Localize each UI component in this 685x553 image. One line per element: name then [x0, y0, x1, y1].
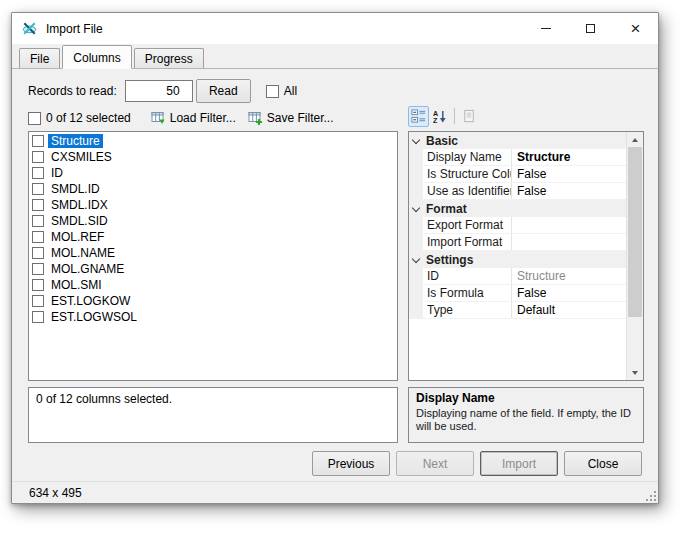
property-row-is-structure-column[interactable]: Is Structure Column False [409, 166, 626, 183]
save-filter-button[interactable]: Save Filter... [242, 108, 340, 128]
scrollbar-thumb[interactable] [628, 147, 642, 317]
titlebar[interactable]: Import File × [12, 13, 658, 44]
property-gutter [409, 285, 423, 301]
item-checkbox[interactable] [32, 279, 44, 291]
list-item-label: Structure [48, 134, 103, 148]
property-description-title: Display Name [416, 391, 636, 405]
previous-button[interactable]: Previous [312, 451, 390, 476]
item-checkbox[interactable] [32, 311, 44, 323]
column-item-mol-smi[interactable]: MOL.SMI [30, 277, 397, 293]
tab-file[interactable]: File [19, 48, 60, 68]
all-checkbox[interactable]: All [266, 84, 297, 98]
svg-text:Z: Z [433, 117, 438, 124]
property-row-use-as-identifier[interactable]: Use as Identifier False [409, 183, 626, 200]
column-item-id[interactable]: ID [30, 165, 397, 181]
item-checkbox[interactable] [32, 167, 44, 179]
list-item-label: ID [48, 166, 66, 180]
save-filter-label: Save Filter... [267, 111, 334, 125]
property-grid-toolbar: A Z [408, 105, 480, 127]
property-label: Import Format [423, 234, 512, 250]
window-title: Import File [46, 22, 103, 36]
property-value[interactable] [512, 217, 626, 233]
list-item-label: SMDL.IDX [48, 198, 111, 212]
category-basic[interactable]: Basic [409, 132, 626, 149]
property-row-is-formula[interactable]: Is Formula False [409, 285, 626, 302]
property-pages-icon [462, 109, 477, 124]
columns-tab-page: Records to read: Read All 0 of 12 select… [12, 69, 658, 481]
categorized-view-button[interactable] [408, 106, 429, 127]
property-gutter [409, 217, 423, 233]
load-filter-icon [151, 111, 165, 125]
item-checkbox[interactable] [32, 135, 44, 147]
column-item-mol-gname[interactable]: MOL.GNAME [30, 261, 397, 277]
scrollbar-track[interactable] [627, 147, 643, 365]
alphabetical-sort-button[interactable]: A Z [429, 106, 450, 127]
property-gutter [409, 268, 423, 284]
category-label: Basic [426, 133, 458, 149]
selection-count-label: 0 of 12 selected [46, 111, 131, 125]
minimize-button[interactable] [523, 13, 568, 44]
column-item-smdl-sid[interactable]: SMDL.SID [30, 213, 397, 229]
records-to-read-input[interactable] [125, 80, 193, 102]
property-value[interactable]: False [512, 166, 626, 182]
save-filter-icon [248, 111, 262, 125]
close-button[interactable]: Close [564, 451, 642, 476]
category-label: Settings [426, 252, 473, 268]
category-settings[interactable]: Settings [409, 251, 626, 268]
item-checkbox[interactable] [32, 215, 44, 227]
scroll-up-button[interactable] [627, 132, 643, 147]
property-label: Display Name [423, 149, 512, 165]
column-item-est-logkow[interactable]: EST.LOGKOW [30, 293, 397, 309]
column-item-mol-ref[interactable]: MOL.REF [30, 229, 397, 245]
list-item-label: EST.LOGKOW [48, 294, 133, 308]
category-format[interactable]: Format [409, 200, 626, 217]
property-row-display-name[interactable]: Display Name Structure [409, 149, 626, 166]
property-label: Type [423, 302, 512, 318]
item-checkbox[interactable] [32, 199, 44, 211]
property-gutter [409, 302, 423, 318]
column-item-structure[interactable]: Structure [30, 133, 397, 149]
property-grid-scrollbar[interactable] [626, 132, 643, 380]
list-item-label: CXSMILES [48, 150, 115, 164]
property-value[interactable]: Structure [512, 149, 626, 165]
property-value[interactable]: Structure [512, 268, 626, 284]
column-item-mol-name[interactable]: MOL.NAME [30, 245, 397, 261]
tab-progress[interactable]: Progress [134, 48, 204, 68]
property-row-type[interactable]: Type Default [409, 302, 626, 319]
window-size-label: 634 x 495 [29, 486, 82, 500]
arrow-up-icon [632, 138, 638, 142]
property-value[interactable]: False [512, 285, 626, 301]
item-checkbox[interactable] [32, 231, 44, 243]
property-value[interactable] [512, 234, 626, 250]
property-row-export-format[interactable]: Export Format [409, 217, 626, 234]
column-item-smdl-id[interactable]: SMDL.ID [30, 181, 397, 197]
read-button[interactable]: Read [196, 79, 251, 103]
list-item-label: EST.LOGWSOL [48, 310, 140, 324]
scroll-down-button[interactable] [627, 365, 643, 380]
item-checkbox[interactable] [32, 247, 44, 259]
column-item-cxsmiles[interactable]: CXSMILES [30, 149, 397, 165]
item-checkbox[interactable] [32, 295, 44, 307]
tab-label: Columns [73, 51, 120, 65]
item-checkbox[interactable] [32, 183, 44, 195]
records-row: Records to read: Read All [28, 79, 297, 103]
property-description-text: Displaying name of the field. If empty, … [416, 407, 636, 433]
property-row-import-format[interactable]: Import Format [409, 234, 626, 251]
property-value[interactable]: False [512, 183, 626, 199]
maximize-button[interactable] [568, 13, 613, 44]
column-item-est-logwsol[interactable]: EST.LOGWSOL [30, 309, 397, 325]
categorized-view-icon [411, 109, 426, 124]
close-button[interactable]: × [613, 13, 658, 44]
select-all-columns-checkbox[interactable]: 0 of 12 selected [28, 111, 131, 125]
chevron-down-icon [412, 135, 420, 143]
item-checkbox[interactable] [32, 151, 44, 163]
load-filter-button[interactable]: Load Filter... [145, 108, 242, 128]
property-gutter [409, 234, 423, 250]
item-checkbox[interactable] [32, 263, 44, 275]
column-item-smdl-idx[interactable]: SMDL.IDX [30, 197, 397, 213]
tab-columns[interactable]: Columns [62, 45, 131, 69]
property-value[interactable]: Default [512, 302, 626, 318]
property-row-id[interactable]: ID Structure [409, 268, 626, 285]
resize-grip-icon[interactable] [644, 489, 657, 502]
column-list[interactable]: Structure CXSMILES ID SMDL.ID SMDL.IDX S… [28, 131, 398, 381]
